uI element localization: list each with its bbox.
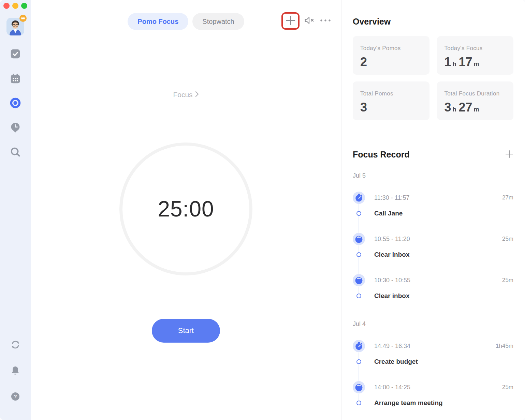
sidebar-item-tasks[interactable] [9, 48, 21, 61]
target-icon [9, 97, 21, 110]
notifications-button[interactable] [9, 365, 21, 377]
record-duration: 25m [502, 236, 513, 242]
timeline-connector [359, 245, 359, 274]
app-window: ? Pomo Focus Stopwatch [0, 0, 525, 420]
stat-card-total-pomos: Total Pomos 3 [353, 81, 429, 120]
focus-selector-label: Focus [173, 91, 192, 99]
statistics-panel: Overview Today's Pomos 2 Today's Focus 1… [341, 0, 525, 420]
overview-title: Overview [353, 16, 513, 27]
stat-value: 3 [360, 100, 367, 115]
stat-unit-hours: h [453, 106, 456, 113]
stat-unit-minutes: m [474, 106, 479, 113]
timeline-connector [359, 394, 359, 401]
speaker-muted-icon [304, 15, 315, 27]
stat-value-hours: 1 [444, 55, 451, 69]
record-task[interactable]: Call Jane [374, 209, 403, 218]
record-task[interactable]: Arrange team meeting [374, 398, 443, 408]
stat-value-hours: 3 [444, 100, 451, 115]
record-task[interactable]: Clear inbox [374, 250, 409, 259]
record-time: 10:55 - 11:20 [374, 235, 410, 243]
start-button[interactable]: Start [152, 319, 220, 343]
stat-label: Today's Focus [444, 45, 510, 52]
plus-icon [505, 150, 513, 159]
overview-cards: Today's Pomos 2 Today's Focus 1 h 17 m T… [353, 36, 513, 120]
help-button[interactable]: ? [9, 391, 21, 403]
focus-record-item: 10:30 - 10:55 25m Clear inbox [353, 274, 513, 301]
pomodoro-icon [353, 233, 365, 245]
add-record-button[interactable] [505, 150, 513, 159]
minimize-window-button[interactable] [12, 3, 18, 9]
record-group-date: Jul 4 [353, 320, 513, 328]
sidebar-item-calendar[interactable] [9, 73, 21, 86]
record-time: 14:49 - 16:34 [374, 342, 410, 350]
task-bullet-icon [356, 401, 361, 405]
timer-display: 25:00 [158, 196, 214, 222]
more-options-button[interactable] [319, 18, 332, 24]
stat-card-todays-focus: Today's Focus 1 h 17 m [437, 36, 514, 75]
stat-unit-hours: h [453, 61, 456, 68]
pin-clock-icon [10, 122, 21, 135]
mute-button[interactable] [304, 15, 315, 27]
close-window-button[interactable] [3, 3, 10, 9]
focus-record-title: Focus Record [353, 149, 410, 160]
record-time: 10:30 - 10:55 [374, 276, 410, 284]
record-group: Jul 4 14:49 - 16:34 1h45m Create budget … [353, 320, 513, 408]
sidebar-item-focus[interactable] [9, 97, 21, 110]
svg-text:?: ? [14, 393, 17, 399]
focus-record-item: 11:30 - 11:57 27m Call Jane [353, 192, 513, 218]
record-group-date: Jul 5 [353, 172, 513, 179]
pomodoro-icon [353, 381, 365, 393]
traffic-lights [3, 3, 27, 9]
search-icon [10, 146, 21, 159]
tab-pomo-focus[interactable]: Pomo Focus [128, 13, 188, 30]
sync-icon [10, 339, 21, 351]
annotation-highlight-box [281, 12, 300, 30]
record-duration: 27m [502, 194, 513, 201]
record-task[interactable]: Clear inbox [374, 291, 409, 301]
task-bullet-icon [356, 294, 361, 298]
focus-record-item: 14:00 - 14:25 25m Arrange team meeting [353, 381, 513, 408]
stat-label: Today's Pomos [360, 45, 426, 52]
sync-button[interactable] [9, 339, 21, 351]
stopwatch-icon [353, 340, 365, 352]
record-time: 14:00 - 14:25 [374, 384, 410, 391]
calendar-icon [10, 73, 21, 86]
stat-unit-minutes: m [474, 61, 479, 68]
question-icon: ? [10, 391, 21, 403]
main-area: Pomo Focus Stopwatch [31, 0, 341, 420]
stat-card-total-focus-duration: Total Focus Duration 3 h 27 m [437, 81, 514, 120]
focus-task-selector[interactable]: Focus [31, 91, 341, 99]
task-bullet-icon [356, 211, 361, 216]
stopwatch-icon [353, 192, 365, 204]
ellipsis-icon [319, 18, 332, 24]
tab-stopwatch[interactable]: Stopwatch [192, 13, 244, 30]
user-avatar[interactable] [6, 18, 24, 35]
record-time: 11:30 - 11:57 [374, 194, 409, 201]
chevron-right-icon [195, 91, 199, 99]
stat-value-minutes: 27 [459, 100, 472, 115]
pomodoro-icon [353, 274, 365, 286]
sidebar: ? [0, 0, 31, 420]
stat-value: 2 [360, 55, 367, 69]
toolbar [281, 12, 332, 30]
stat-label: Total Focus Duration [444, 90, 510, 97]
add-button[interactable] [285, 15, 296, 27]
sidebar-item-habit[interactable] [9, 122, 21, 134]
zoom-window-button[interactable] [21, 3, 27, 9]
record-duration: 1h45m [496, 343, 513, 349]
timeline-connector [359, 352, 359, 381]
record-task[interactable]: Create budget [374, 357, 418, 366]
focus-record-item: 14:49 - 16:34 1h45m Create budget [353, 340, 513, 366]
stat-card-todays-pomos: Today's Pomos 2 [353, 36, 429, 75]
premium-crown-icon [19, 15, 27, 22]
task-bullet-icon [356, 252, 361, 257]
checkbox-icon [10, 48, 21, 61]
stat-label: Total Pomos [360, 90, 426, 97]
record-duration: 25m [502, 384, 513, 391]
timeline-connector [359, 204, 359, 233]
sidebar-item-search[interactable] [9, 147, 21, 159]
focus-record-item: 10:55 - 11:20 25m Clear inbox [353, 233, 513, 259]
plus-icon [285, 15, 296, 27]
record-duration: 25m [502, 277, 513, 284]
stat-value-minutes: 17 [459, 55, 472, 69]
